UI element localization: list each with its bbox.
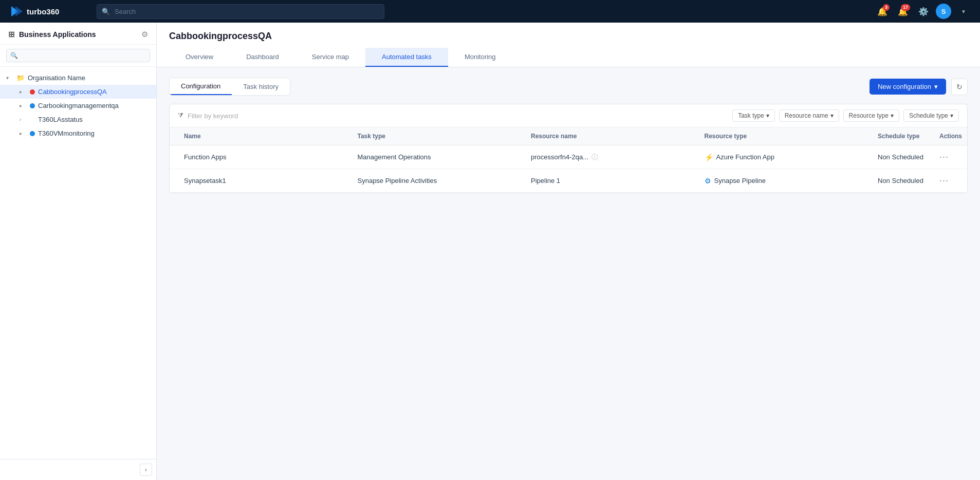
azure-function-icon: ⚡ xyxy=(705,153,713,161)
row-schedule-type: Non Scheduled xyxy=(872,171,933,191)
more-actions-button[interactable]: ··· xyxy=(939,175,949,186)
global-search[interactable]: 🔍 xyxy=(97,4,384,19)
sidebar-title: ⊞ Business Applications xyxy=(8,30,96,39)
tab-overview[interactable]: Overview xyxy=(169,48,230,67)
resource-name-filter[interactable]: Resource name ▾ xyxy=(779,109,839,122)
nav-right-actions: 🔔 3 🔔 17 ⚙️ S ▼ xyxy=(874,3,972,20)
configurations-table: Name Task type Resource name Resource ty… xyxy=(169,127,968,193)
filter-icon: ⧩ xyxy=(178,112,183,120)
filter-left: ⧩ Filter by keyword xyxy=(178,112,238,120)
sidebar-search-icon: 🔍 xyxy=(10,52,18,59)
refresh-button[interactable]: ↻ xyxy=(951,79,968,95)
svg-marker-1 xyxy=(15,6,23,16)
sub-tabs: Configuration Task history xyxy=(169,78,290,96)
turbo-icon xyxy=(8,4,23,19)
tab-monitoring[interactable]: Monitoring xyxy=(448,48,512,67)
row-resource-type: ⚡ Azure Function App xyxy=(698,147,872,168)
table-row: Synapsetask1 Synapse Pipeline Activities… xyxy=(170,169,967,193)
synapse-pipeline-icon: ⚙ xyxy=(705,177,711,185)
page-title: CabbookingprocessQA xyxy=(169,31,968,42)
chevron-down-icon: ▾ xyxy=(6,75,13,81)
user-avatar[interactable]: S xyxy=(936,4,951,19)
row-task-type: Synapse Pipeline Activities xyxy=(352,171,525,191)
sidebar-item-label: T360VMmonitoring xyxy=(38,130,150,137)
inner-content: Configuration Task history New configura… xyxy=(157,67,980,480)
alerts-button[interactable]: 🔔 17 xyxy=(895,3,911,20)
tab-service-map[interactable]: Service map xyxy=(295,48,365,67)
collapse-sidebar-button[interactable]: ‹ xyxy=(140,464,152,476)
col-schedule-type: Schedule type xyxy=(872,127,933,145)
chevron-down-icon: ▾ xyxy=(891,112,894,119)
chevron-right-icon: ▸ xyxy=(20,103,27,108)
main-content: CabbookingprocessQA Overview Dashboard S… xyxy=(157,23,980,480)
notifications-badge: 3 xyxy=(883,4,890,11)
sidebar-item-carbookingmanagementqa[interactable]: ▸ Carbookingmanagementqa xyxy=(0,99,156,113)
search-input[interactable] xyxy=(97,4,384,19)
row-resource-name: Pipeline 1 xyxy=(525,171,698,191)
tab-dashboard[interactable]: Dashboard xyxy=(230,48,295,67)
sub-tab-configuration[interactable]: Configuration xyxy=(170,78,232,95)
resource-name-text: Pipeline 1 xyxy=(531,177,560,184)
status-dot-red xyxy=(30,89,35,95)
row-task-type: Management Operations xyxy=(352,147,525,167)
sidebar-org-label: Organisation Name xyxy=(28,74,150,82)
status-dot-blue xyxy=(30,103,35,108)
settings-button[interactable]: ⚙️ xyxy=(915,3,932,20)
sidebar-apps-icon: ⊞ xyxy=(8,30,15,39)
sidebar-settings-icon[interactable]: ⚙ xyxy=(141,30,148,39)
user-menu-chevron[interactable]: ▼ xyxy=(955,3,972,20)
schedule-type-filter[interactable]: Schedule type ▾ xyxy=(903,109,959,122)
col-resource-name: Resource name xyxy=(525,127,698,145)
more-actions-button[interactable]: ··· xyxy=(939,152,949,162)
top-nav: turbo360 🔍 🔔 3 🔔 17 ⚙️ S ▼ xyxy=(0,0,980,23)
resource-name-label: Resource name xyxy=(785,112,828,119)
alerts-badge: 17 xyxy=(901,4,910,11)
row-actions[interactable]: ··· xyxy=(933,145,959,169)
sidebar-item-label: CabbookingprocessQA xyxy=(38,88,150,96)
sub-tab-task-history[interactable]: Task history xyxy=(232,78,290,95)
table-header: Name Task type Resource name Resource ty… xyxy=(170,127,967,145)
sidebar-item-label: T360LAsstatus xyxy=(30,116,150,123)
sub-tabs-right: New configuration ▾ ↻ xyxy=(870,79,968,95)
new-configuration-button[interactable]: New configuration ▾ xyxy=(870,79,946,95)
info-icon[interactable]: ⓘ xyxy=(591,153,598,162)
task-type-label: Task type xyxy=(738,112,764,119)
sidebar-search-input[interactable] xyxy=(6,49,150,62)
resource-type-filter[interactable]: Resource type ▾ xyxy=(843,109,899,122)
filter-placeholder: Filter by keyword xyxy=(188,112,238,120)
status-dot-blue xyxy=(30,131,35,136)
row-name: Synapsetask1 xyxy=(178,171,352,191)
chevron-down-icon: ▾ xyxy=(830,112,834,119)
table-row: Function Apps Management Operations proc… xyxy=(170,145,967,169)
filter-right: Task type ▾ Resource name ▾ Resource typ… xyxy=(732,109,959,122)
resource-type-label: Resource type xyxy=(849,112,889,119)
sidebar-item-t360lasstatus[interactable]: › T360LAsstatus xyxy=(0,113,156,126)
row-resource-type: ⚙ Synapse Pipeline xyxy=(698,171,872,191)
page-tabs: Overview Dashboard Service map Automated… xyxy=(169,48,968,67)
page-header: CabbookingprocessQA Overview Dashboard S… xyxy=(157,23,980,67)
search-icon: 🔍 xyxy=(102,8,110,15)
task-type-filter[interactable]: Task type ▾ xyxy=(732,109,775,122)
sidebar-header: ⊞ Business Applications ⚙ xyxy=(0,23,156,45)
col-task-type: Task type xyxy=(352,127,525,145)
col-actions: Actions xyxy=(933,127,959,145)
col-resource-type: Resource type xyxy=(698,127,872,145)
notifications-button[interactable]: 🔔 3 xyxy=(874,3,891,20)
sidebar-item-t360vmmonitoring[interactable]: ▸ T360VMmonitoring xyxy=(0,126,156,140)
brand-name: turbo360 xyxy=(27,7,59,16)
resource-type-text: Synapse Pipeline xyxy=(714,177,766,184)
schedule-type-label: Schedule type xyxy=(909,112,948,119)
sidebar-search-area[interactable]: 🔍 xyxy=(0,45,156,67)
tab-automated-tasks[interactable]: Automated tasks xyxy=(365,48,448,67)
row-actions[interactable]: ··· xyxy=(933,169,959,192)
resource-type-text: Azure Function App xyxy=(716,153,774,161)
chevron-right-icon: ▸ xyxy=(20,131,27,136)
new-config-label: New configuration xyxy=(878,83,931,90)
main-layout: ⊞ Business Applications ⚙ 🔍 ▾ 📁 Organisa… xyxy=(0,23,980,480)
row-name: Function Apps xyxy=(178,147,352,167)
sidebar-item-org[interactable]: ▾ 📁 Organisation Name xyxy=(0,71,156,85)
row-resource-name: processorfn4-2qa... ⓘ xyxy=(525,146,698,168)
sidebar-item-cabbookingprocessqa[interactable]: ▸ CabbookingprocessQA xyxy=(0,85,156,99)
brand-logo: turbo360 xyxy=(8,4,80,19)
sidebar-tree: ▾ 📁 Organisation Name ▸ Cabbookingproces… xyxy=(0,67,156,459)
